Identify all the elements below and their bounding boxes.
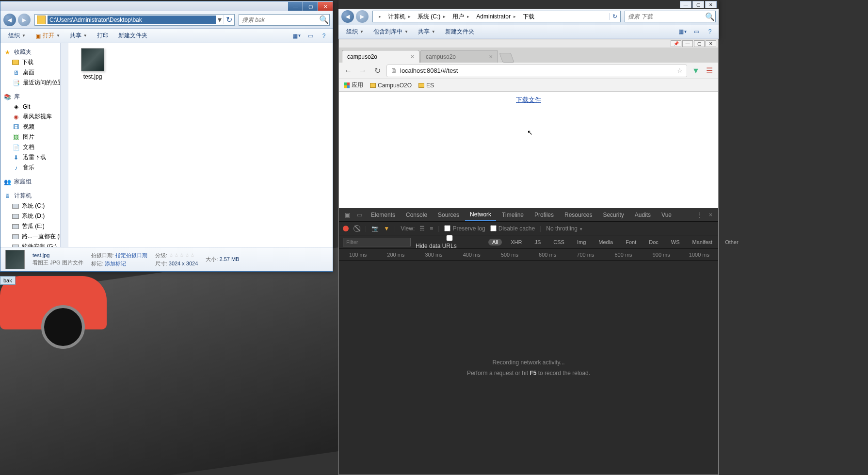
reload-button[interactable]: ↻ — [372, 66, 383, 76]
preview-pane-icon[interactable]: ▭ — [305, 31, 315, 41]
address-dropdown[interactable]: ▾ — [216, 15, 224, 24]
crumb-downloads[interactable]: 下载 — [520, 11, 537, 22]
close-button[interactable]: ✕ — [318, 2, 333, 11]
throttling-select[interactable]: No throttling ▼ — [546, 225, 583, 232]
tab-profiles[interactable]: Profiles — [530, 210, 559, 220]
help-icon[interactable]: ? — [705, 27, 715, 36]
back-button[interactable]: ← — [343, 66, 354, 76]
filter-js[interactable]: JS — [530, 239, 545, 246]
view-small-icon[interactable]: ≡ — [430, 225, 433, 232]
filter-input[interactable] — [343, 238, 411, 246]
minimize-button[interactable]: — — [682, 40, 693, 47]
tab-elements[interactable]: Elements — [366, 210, 400, 220]
tab-timeline[interactable]: Timeline — [497, 210, 529, 220]
bookmark-star-icon[interactable]: ☆ — [677, 67, 683, 74]
pin-button[interactable]: 📌 — [671, 40, 681, 47]
forward-button[interactable]: → — [357, 66, 368, 76]
filter-manifest[interactable]: Manifest — [689, 239, 717, 246]
address-bar[interactable]: ▾ ↻ — [34, 14, 235, 26]
shot-date-value[interactable]: 指定拍摄日期 — [115, 252, 147, 258]
crumb-drive-c[interactable]: 系统 (C:)▸ — [415, 11, 450, 22]
rating-stars[interactable]: ☆☆☆☆☆ — [169, 252, 195, 258]
help-icon[interactable]: ? — [319, 31, 329, 41]
filter-ws[interactable]: WS — [667, 239, 684, 246]
share-button[interactable]: 共享▼ — [66, 31, 91, 41]
menu-icon[interactable]: ☰ — [705, 66, 714, 76]
capture-screenshot-icon[interactable]: 📷 — [371, 225, 379, 232]
sidebar-item-downloads[interactable]: 下载 — [0, 57, 68, 67]
filter-img[interactable]: Img — [573, 239, 590, 246]
filter-font[interactable]: Font — [622, 239, 640, 246]
share-button[interactable]: 共享▼ — [414, 27, 439, 37]
view-options-icon[interactable]: ▦▼ — [292, 31, 302, 41]
sidebar-item-drive-d[interactable]: 系统 (D:) — [0, 211, 68, 221]
refresh-button[interactable]: ↻ — [609, 13, 620, 20]
taskbar-folder-bak[interactable]: bak — [0, 276, 16, 285]
sidebar-item-xunlei[interactable]: ⬇迅雷下载 — [0, 152, 68, 163]
sidebar-computer[interactable]: 🖥计算机 — [0, 191, 68, 201]
tab-audits[interactable]: Audits — [630, 210, 656, 220]
clear-button[interactable] — [354, 225, 360, 232]
hide-data-urls-checkbox[interactable]: Hide data URLs — [416, 235, 483, 249]
tab-sources[interactable]: Sources — [433, 210, 464, 220]
url-box[interactable]: 🗎 localhost:8081/#/test ☆ — [386, 65, 687, 77]
filter-xhr[interactable]: XHR — [507, 239, 526, 246]
devtools-menu-icon[interactable]: ⋮ — [693, 212, 705, 218]
record-button[interactable] — [343, 226, 349, 231]
maximize-button[interactable]: ▢ — [303, 2, 318, 11]
filter-media[interactable]: Media — [595, 239, 617, 246]
disable-cache-checkbox[interactable]: Disable cache — [490, 225, 535, 232]
sidebar-item-pictures[interactable]: 🖼图片 — [0, 132, 68, 142]
file-list[interactable]: test.jpg — [68, 43, 333, 247]
search-icon[interactable]: 🔍 — [319, 15, 329, 24]
search-bar[interactable]: 🔍 — [239, 14, 330, 26]
download-file-link[interactable]: 下载文件 — [516, 96, 541, 103]
view-options-icon[interactable]: ▦▼ — [678, 27, 688, 36]
crumb-computer[interactable]: 计算机▸ — [385, 11, 415, 22]
sidebar-item-baofeng[interactable]: ◉暴风影视库 — [0, 112, 68, 122]
filter-css[interactable]: CSS — [549, 239, 568, 246]
close-tab-icon[interactable]: × — [410, 53, 414, 60]
sidebar-homegroup[interactable]: 👥家庭组 — [0, 177, 68, 187]
search-icon[interactable]: 🔍 — [705, 12, 715, 21]
bookmark-es[interactable]: ES — [418, 82, 434, 89]
include-library-button[interactable]: 包含到库中▼ — [370, 27, 412, 37]
address-input[interactable] — [48, 16, 216, 24]
new-tab-button[interactable] — [499, 53, 514, 63]
open-button[interactable]: ▣打开▼ — [32, 31, 64, 41]
close-button[interactable]: ✕ — [705, 1, 717, 8]
preview-pane-icon[interactable]: ▭ — [691, 27, 701, 36]
crumb-users[interactable]: 用户▸ — [450, 11, 473, 22]
network-timeline[interactable]: 100 ms 200 ms 300 ms 400 ms 500 ms 600 m… — [339, 249, 718, 261]
close-button[interactable]: ✕ — [706, 40, 716, 47]
vue-devtools-icon[interactable]: ▼ — [691, 66, 701, 76]
file-item-test-jpg[interactable]: test.jpg — [73, 48, 112, 80]
tab-resources[interactable]: Resources — [560, 210, 597, 220]
maximize-button[interactable]: ▢ — [692, 1, 704, 8]
filter-doc[interactable]: Doc — [645, 239, 662, 246]
sidebar-item-drive-f[interactable]: 路...一直都在 (F:) — [0, 231, 68, 242]
tab-vue[interactable]: Vue — [657, 210, 676, 220]
minimize-button[interactable]: — — [680, 1, 691, 8]
filter-all[interactable]: All — [488, 239, 502, 246]
tab-campuso2o-active[interactable]: campuso2o × — [342, 50, 419, 63]
sidebar-item-git[interactable]: ◈Git — [0, 102, 68, 112]
bookmark-campuso2o[interactable]: CampusO2O — [370, 82, 412, 89]
breadcrumb[interactable]: ▸ 计算机▸ 系统 (C:)▸ 用户▸ Administrator▸ 下载 ↻ — [372, 11, 621, 22]
back-button[interactable]: ◄ — [3, 14, 16, 26]
organize-button[interactable]: 组织▼ — [4, 31, 30, 41]
device-toggle-icon[interactable]: ▭ — [354, 212, 365, 218]
search-bar[interactable]: 🔍 — [625, 11, 716, 22]
tags-value[interactable]: 添加标记 — [105, 261, 126, 266]
sidebar-item-recent[interactable]: 📑最近访问的位置 — [0, 78, 68, 88]
devtools-close-icon[interactable]: × — [706, 212, 715, 218]
crumb-folder-icon[interactable]: ▸ — [373, 11, 385, 22]
search-input[interactable] — [239, 16, 319, 24]
close-tab-icon[interactable]: × — [489, 53, 493, 60]
filter-toggle-icon[interactable]: ▼ — [384, 225, 389, 232]
sidebar-item-drive-e[interactable]: 苦瓜 (E:) — [0, 221, 68, 231]
tab-console[interactable]: Console — [401, 210, 432, 220]
maximize-button[interactable]: ▢ — [694, 40, 705, 47]
sidebar-favorites[interactable]: ★收藏夹 — [0, 47, 68, 57]
back-button[interactable]: ◄ — [341, 10, 354, 23]
